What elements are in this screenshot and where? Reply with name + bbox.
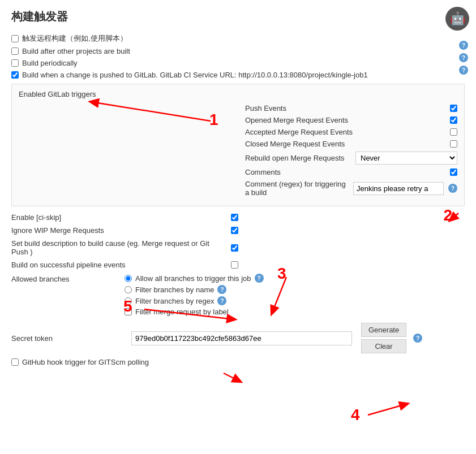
- branches-label: Allowed branches: [11, 274, 125, 283]
- filter-regex-label[interactable]: Filter branches by regex: [135, 297, 214, 305]
- opened-mr-checkbox[interactable]: [450, 116, 457, 124]
- option-build-pipeline: Build on successful pipeline events: [11, 261, 465, 269]
- generate-button[interactable]: Generate: [361, 323, 406, 337]
- filter-name-radio[interactable]: [125, 286, 132, 293]
- comment-regex-help-icon[interactable]: ?: [448, 184, 457, 193]
- event-row-opened-mr: Opened Merge Request Events: [245, 116, 457, 124]
- radio-all-branches: Allow all branches to trigger this job ?: [125, 274, 264, 283]
- ignore-wip-label: Ignore WIP Merge Requests: [11, 226, 226, 235]
- all-branches-help-icon[interactable]: ?: [255, 274, 264, 283]
- ci-skip-checkbox[interactable]: [231, 214, 238, 221]
- option-ignore-wip: Ignore WIP Merge Requests: [11, 226, 465, 235]
- secret-token-input[interactable]: [131, 331, 352, 345]
- filter-name-label[interactable]: Filter branches by name: [135, 286, 214, 294]
- secret-token-label: Secret token: [11, 334, 125, 343]
- trigger-item-remote: 触发远程构建（例如,使用脚本）: [11, 33, 465, 44]
- opened-mr-label: Opened Merge Request Events: [245, 116, 445, 124]
- push-events-label: Push Events: [245, 104, 445, 113]
- trigger-after-other-checkbox[interactable]: [11, 47, 19, 55]
- radio-filter-label: Filter merge request by label: [125, 308, 264, 316]
- gitlab-header: Enabled GitLab triggers: [19, 90, 457, 98]
- build-pipeline-label: Build on successful pipeline events: [11, 261, 226, 269]
- filter-regex-radio[interactable]: [125, 297, 132, 305]
- annotation-4: 4: [351, 406, 360, 424]
- trigger-item-periodic: Build periodically: [11, 59, 465, 67]
- secret-token-section: Secret token Generate Clear ?: [11, 323, 465, 353]
- options-section: Enable [ci-skip] Ignore WIP Merge Reques…: [11, 213, 465, 269]
- filter-label-checkbox[interactable]: [125, 308, 132, 315]
- closed-mr-checkbox[interactable]: [450, 140, 457, 148]
- trigger-gitlab-label[interactable]: Build when a change is pushed to GitLab.…: [22, 71, 368, 79]
- event-row-push: Push Events: [245, 104, 457, 113]
- event-row-closed-mr: Closed Merge Request Events: [245, 140, 457, 148]
- filter-name-help-icon[interactable]: ?: [217, 285, 226, 294]
- closed-mr-label: Closed Merge Request Events: [245, 140, 445, 148]
- trigger-gitlab-checkbox[interactable]: [11, 71, 19, 79]
- build-desc-checkbox[interactable]: [231, 244, 238, 252]
- svg-line-6: [224, 373, 241, 382]
- ci-skip-label: Enable [ci-skip]: [11, 213, 226, 222]
- all-branches-label[interactable]: Allow all branches to trigger this job: [135, 274, 251, 283]
- option-ci-skip: Enable [ci-skip]: [11, 213, 465, 222]
- ignore-wip-checkbox[interactable]: [231, 227, 238, 234]
- gitlab-right: Push Events Opened Merge Request Events …: [245, 104, 457, 200]
- trigger-periodic-checkbox[interactable]: [11, 59, 19, 67]
- trigger-section: 触发远程构建（例如,使用脚本） Build after other projec…: [11, 33, 465, 79]
- token-buttons: Generate Clear: [361, 323, 406, 353]
- trigger-item-after-other: Build after other projects are built: [11, 47, 465, 55]
- svg-line-5: [368, 404, 408, 415]
- right-help-icons: ? ? ?: [459, 41, 468, 75]
- comment-regex-input[interactable]: [353, 182, 444, 195]
- filter-regex-help-icon[interactable]: ?: [217, 296, 226, 305]
- event-row-comments: Comments: [245, 168, 457, 176]
- help-icon-1[interactable]: ?: [459, 41, 468, 50]
- trigger-after-other-label[interactable]: Build after other projects are built: [22, 47, 130, 55]
- secret-token-help-icon[interactable]: ?: [413, 334, 422, 343]
- radio-filter-regex: Filter branches by regex ?: [125, 296, 264, 305]
- page-title: 构建触发器: [11, 9, 465, 24]
- rebuild-mr-select[interactable]: Never On push to source branch On push t…: [355, 152, 457, 165]
- github-hook-label[interactable]: GitHub hook trigger for GITScm polling: [22, 358, 149, 366]
- comments-label: Comments: [245, 168, 445, 176]
- trigger-periodic-label[interactable]: Build periodically: [22, 59, 78, 67]
- clear-button[interactable]: Clear: [361, 339, 406, 353]
- option-build-desc: Set build description to build cause (eg…: [11, 239, 465, 256]
- gitlab-section: Enabled GitLab triggers Push Events Open…: [11, 84, 465, 206]
- event-row-rebuild-mr: Rebuild open Merge Requests Never On pus…: [245, 152, 457, 165]
- comment-regex-label: Comment (regex) for triggering a build: [245, 180, 349, 197]
- github-hook-checkbox[interactable]: [11, 358, 19, 366]
- trigger-remote-checkbox[interactable]: [11, 35, 19, 42]
- page-container: 🤖 ? ? ? 构建触发器 触发远程构建（例如,使用脚本） Build afte…: [0, 0, 476, 375]
- robot-icon: 🤖: [445, 7, 469, 31]
- branches-section: Allowed branches Allow all branches to t…: [11, 274, 465, 316]
- gitlab-left: [19, 104, 234, 200]
- help-icon-2[interactable]: ?: [459, 53, 468, 62]
- event-row-accepted-mr: Accepted Merge Request Events: [245, 128, 457, 136]
- build-desc-label: Set build description to build cause (eg…: [11, 239, 226, 256]
- github-section: GitHub hook trigger for GITScm polling: [11, 358, 465, 366]
- rebuild-mr-label: Rebuild open Merge Requests: [245, 154, 351, 162]
- comments-checkbox[interactable]: [450, 168, 457, 176]
- radio-filter-name: Filter branches by name ?: [125, 285, 264, 294]
- event-row-comment-regex: Comment (regex) for triggering a build ?: [245, 180, 457, 197]
- build-pipeline-checkbox[interactable]: [231, 261, 238, 269]
- push-events-checkbox[interactable]: [450, 105, 457, 112]
- robot-glyph: 🤖: [450, 11, 465, 26]
- all-branches-radio[interactable]: [125, 275, 132, 282]
- accepted-mr-checkbox[interactable]: [450, 128, 457, 136]
- trigger-item-gitlab: Build when a change is pushed to GitLab.…: [11, 71, 465, 79]
- branches-options: Allow all branches to trigger this job ?…: [125, 274, 264, 316]
- trigger-remote-label[interactable]: 触发远程构建（例如,使用脚本）: [22, 33, 127, 44]
- filter-label-label[interactable]: Filter merge request by label: [135, 308, 229, 316]
- help-icon-3[interactable]: ?: [459, 66, 468, 75]
- accepted-mr-label: Accepted Merge Request Events: [245, 128, 445, 136]
- gitlab-body: Push Events Opened Merge Request Events …: [19, 104, 457, 200]
